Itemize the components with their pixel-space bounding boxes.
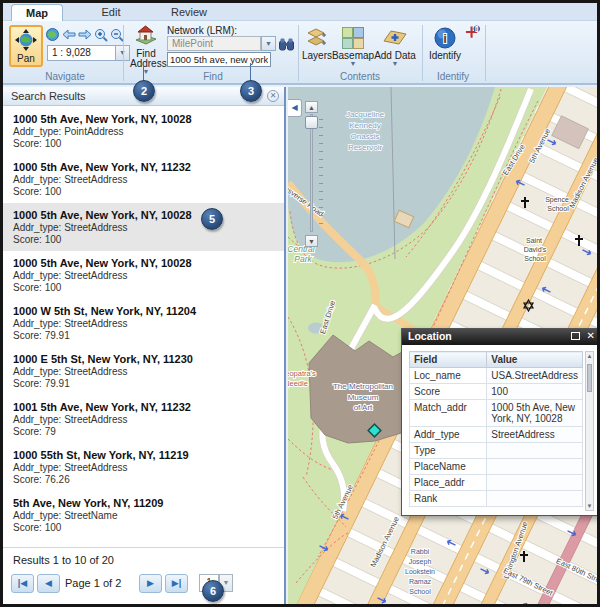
attribute-field: Match_addr [410,400,487,427]
slider-thumb[interactable] [305,116,318,129]
search-result-item[interactable]: 1000 E 5th St, New York, NY, 11230Addr_t… [3,347,284,395]
map-label: School [524,255,546,262]
search-result-item[interactable]: 5th Ave, New York, NY, 11209Addr_type: S… [3,491,284,539]
add-data-icon [382,26,408,50]
search-result-item[interactable]: 1000 55th St, New York, NY, 11219Addr_ty… [3,443,284,491]
attribute-row[interactable]: Loc_nameUSA.StreetAddress [410,368,583,384]
attribute-value [487,491,583,507]
slider-zoom-in-button[interactable]: ▲ [305,101,318,113]
result-addr-type: Addr_type: StreetAddress [13,174,274,186]
crosshair-info-icon: i [465,25,480,41]
map-label: Cleopatra's [288,369,316,378]
layers-button[interactable]: Layers [302,26,332,61]
attribute-value [487,475,583,491]
map-label: David's [524,246,547,253]
previous-page-button[interactable]: ◀ [37,574,60,593]
find-address-house-icon [134,24,158,48]
popup-maximize-icon[interactable] [571,332,580,340]
scroll-down-icon[interactable]: ▼ [586,503,593,509]
network-dropdown-button[interactable]: ▼ [261,36,276,51]
collapse-panel-button[interactable]: ◀ [288,99,302,117]
map-label: Rabbi [411,548,430,555]
result-addr-type: Addr_type: StreetAddress [13,222,274,234]
find-address-button[interactable]: Find Address ▼ [127,24,165,75]
attribute-row[interactable]: Rank [410,491,583,507]
result-addr-type: Addr_type: StreetAddress [13,318,274,330]
location-attribute-table: Field Value Loc_nameUSA.StreetAddressSco… [409,351,583,507]
network-lrm-combo[interactable]: MilePoint [167,36,261,51]
tab-review[interactable]: Review [163,4,215,21]
next-extent-button[interactable] [77,27,92,42]
search-result-item[interactable]: 1001 5th Ave, New York, NY, 11232Addr_ty… [3,395,284,443]
scroll-up-icon[interactable]: ▲ [586,353,593,359]
map-label: Lookstein [405,568,435,575]
search-results-list: 1000 5th Ave, New York, NY, 10028Addr_ty… [3,107,284,547]
map-zoom-slider[interactable]: ▲ ▼ [305,101,323,247]
result-score: Score: 76.26 [13,474,274,486]
attribute-field: PlaceName [410,459,487,475]
results-footer: Results 1 to 10 of 20 |◀ ◀ Page 1 of 2 ▶… [3,547,284,607]
map-label: Onassis [351,132,380,141]
tab-edit[interactable]: Edit [91,4,131,21]
application-window: Map Edit Review Pan [0,0,600,607]
map-label: of Art [354,403,373,412]
result-address: 5th Ave, New York, NY, 11209 [13,497,274,510]
identify-group-label: Identify [423,71,483,82]
basemap-icon [340,26,366,50]
popup-close-icon[interactable]: ✕ [587,330,595,341]
search-result-item[interactable]: 5th Ave, New York, NY, 11220Addr_type: S… [3,539,284,547]
search-result-item[interactable]: 1000 5th Ave, New York, NY, 10028Addr_ty… [3,251,284,299]
identify-icon: i [432,26,458,50]
basemap-button[interactable]: Basemap ▼ [334,26,372,67]
attribute-value [487,459,583,475]
identify-button[interactable]: i Identify [427,26,463,61]
map-label: Jacqueline [346,110,385,119]
address-search-input[interactable] [167,52,271,67]
map-label: Park [294,254,312,264]
attribute-row[interactable]: Match_addr1000 5th Ave, New York, NY, 10… [410,400,583,427]
panel-close-button[interactable]: ✕ [267,90,279,102]
attribute-row[interactable]: Place_addr [410,475,583,491]
result-score: Score: 100 [13,522,274,534]
result-address: 1000 W 5th St, New York, NY, 11204 [13,305,274,318]
attribute-value: USA.StreetAddress [487,368,583,384]
attribute-value: 100 [487,384,583,400]
locate-button[interactable] [279,37,294,52]
attribute-row[interactable]: Addr_typeStreetAddress [410,427,583,443]
result-address: 1000 5th Ave, New York, NY, 10028 [13,113,274,126]
map-label: Joseph [409,558,432,566]
attribute-field: Place_addr [410,475,487,491]
map-label: Reservoir [348,143,383,152]
attribute-row[interactable]: PlaceName [410,459,583,475]
previous-extent-button[interactable] [61,27,76,42]
map-label: Kennedy [349,121,381,130]
tab-map[interactable]: Map [11,4,63,21]
search-result-item[interactable]: 1000 5th Ave, New York, NY, 10028Addr_ty… [3,107,284,155]
next-page-button[interactable]: ▶ [139,574,162,593]
map-label: Needle [288,379,308,388]
scale-input[interactable]: 1 : 9,028 [47,45,116,61]
ribbon-toolbar: Pan 1 : 9,028 ▼ Navigate [3,21,597,85]
first-page-button[interactable]: |◀ [11,574,34,593]
attribute-row[interactable]: Type [410,443,583,459]
result-score: Score: 79.91 [13,378,274,390]
search-result-item[interactable]: 1000 W 5th St, New York, NY, 11204Addr_t… [3,299,284,347]
slider-zoom-out-button[interactable]: ▼ [305,235,318,247]
result-address: 1000 5th Ave, New York, NY, 10028 [13,257,274,270]
search-result-item[interactable]: 1000 5th Ave, New York, NY, 10028Addr_ty… [3,203,284,251]
zoom-in-button[interactable] [93,27,108,42]
last-page-button[interactable]: ▶| [165,574,188,593]
navigate-group-label: Navigate [13,71,117,82]
zoom-out-button[interactable] [109,27,124,42]
full-extent-button[interactable] [45,27,60,42]
search-result-item[interactable]: 1000 5th Ave, New York, NY, 11232Addr_ty… [3,155,284,203]
pan-button[interactable]: Pan [9,25,43,67]
attribute-row[interactable]: Score100 [410,384,583,400]
popup-scrollbar-thumb[interactable] [587,364,592,392]
slider-track[interactable] [310,114,313,232]
popup-scrollbar[interactable]: ▲ ▼ [585,351,594,511]
identify-point-tool-button[interactable]: i [465,25,480,40]
callout-badge-3: 3 [240,80,262,102]
find-address-label: Find Address [130,49,162,69]
add-data-button[interactable]: Add Data ▼ [374,26,416,67]
